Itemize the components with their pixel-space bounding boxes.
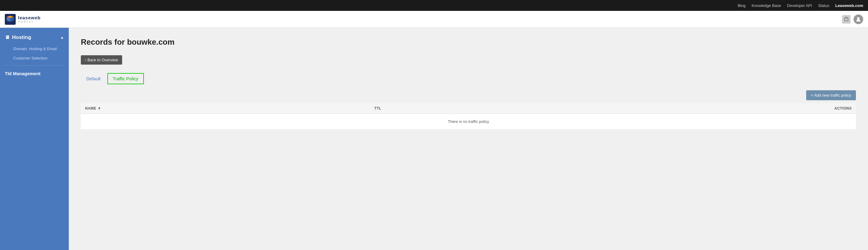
main-content: Records for bouwke.com ‹ Back to Overvie… [69, 28, 868, 250]
top-navigation: Blog Knowledge Base Developer API Status… [0, 0, 868, 11]
table-empty-row: There is no traffic policy [81, 114, 856, 130]
sidebar-hosting-header[interactable]: 🖥 Hosting ▲ [0, 31, 69, 44]
table-header: NAME ▼ TTL ACTIONS [81, 103, 856, 114]
col-ttl: TTL [370, 103, 553, 114]
chevron-up-icon: ▲ [60, 35, 64, 39]
svg-rect-4 [844, 18, 848, 21]
header-bar: leaseweb PORTAL [0, 11, 868, 28]
monitor-icon: 🖥 [5, 35, 10, 40]
tab-traffic-policy[interactable]: Traffic Policy [107, 73, 144, 84]
sidebar: 🖥 Hosting ▲ Domain, Hosting & Email Cust… [0, 28, 69, 250]
add-traffic-policy-button[interactable]: + Add new traffic policy [806, 90, 856, 100]
header-right [842, 15, 863, 24]
logo-sub: PORTAL [18, 20, 41, 23]
notifications-icon[interactable] [842, 15, 850, 24]
svg-point-5 [857, 17, 860, 20]
back-to-overview-button[interactable]: ‹ Back to Overview [81, 55, 122, 65]
sidebar-item-domain-hosting[interactable]: Domain, Hosting & Email [0, 44, 69, 53]
main-layout: 🖥 Hosting ▲ Domain, Hosting & Email Cust… [0, 28, 868, 250]
nav-knowledge-base[interactable]: Knowledge Base [752, 3, 781, 8]
user-avatar[interactable] [854, 15, 863, 24]
sidebar-tld-label[interactable]: Tld Management [0, 68, 69, 79]
tab-default[interactable]: Default [81, 73, 106, 84]
table-toolbar: + Add new traffic policy [81, 90, 856, 100]
nav-leaseweb[interactable]: Leaseweb.com [835, 3, 864, 8]
nav-blog[interactable]: Blog [738, 3, 746, 8]
tabs-bar: Default Traffic Policy [81, 73, 856, 84]
sidebar-item-customer-selection[interactable]: Customer Selection [0, 53, 69, 63]
table-body: There is no traffic policy [81, 114, 856, 130]
nav-status[interactable]: Status [818, 3, 829, 8]
col-actions: ACTIONS [553, 103, 856, 114]
sidebar-divider [5, 65, 64, 65]
page-title: Records for bouwke.com [81, 37, 856, 47]
nav-developer-api[interactable]: Developer API [787, 3, 812, 8]
traffic-policy-table: NAME ▼ TTL ACTIONS There is no traffic p… [81, 103, 856, 130]
logo-area: leaseweb PORTAL [5, 14, 41, 25]
logo-text: leaseweb [18, 15, 41, 20]
empty-message: There is no traffic policy [81, 114, 856, 130]
col-name[interactable]: NAME ▼ [81, 103, 370, 114]
leaseweb-logo-icon [5, 14, 16, 25]
sidebar-hosting-label: Hosting [12, 34, 31, 40]
